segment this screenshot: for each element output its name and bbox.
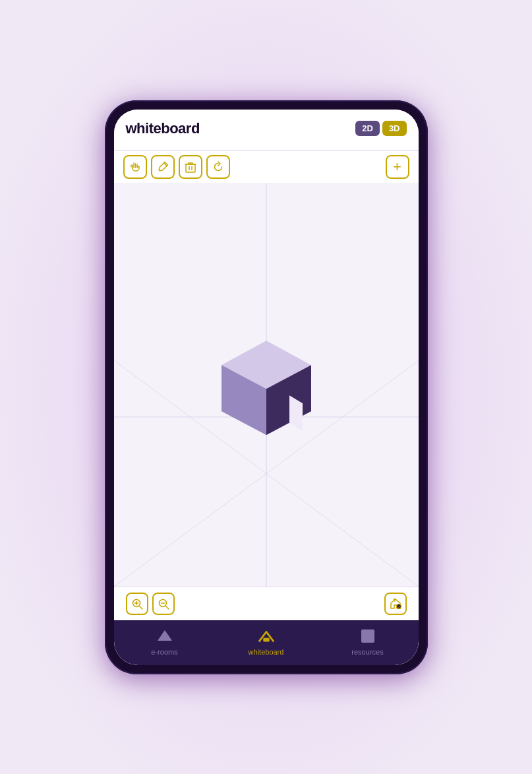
- svg-rect-25: [361, 629, 374, 643]
- tab-resources[interactable]: resources: [345, 627, 391, 656]
- canvas-area[interactable]: [114, 183, 419, 587]
- pencil-tool-button[interactable]: [151, 155, 175, 179]
- view-3d-button[interactable]: 3D: [382, 121, 407, 136]
- pencil-icon: [157, 161, 169, 173]
- zoom-out-button[interactable]: [152, 593, 175, 615]
- 3d-cube: [200, 324, 332, 459]
- app-title: whiteboard: [126, 120, 200, 137]
- add-button[interactable]: +: [386, 155, 409, 179]
- bottom-toolbar: [114, 587, 419, 620]
- svg-line-16: [139, 606, 142, 609]
- zoom-in-button[interactable]: [126, 593, 148, 615]
- device-frame: whiteboard 2D 3D: [105, 100, 428, 674]
- e-rooms-icon: [156, 627, 174, 645]
- zoom-out-icon: [158, 598, 169, 610]
- tab-e-rooms-label: e-rooms: [151, 648, 177, 656]
- hand-tool-button[interactable]: [123, 155, 147, 179]
- whiteboard-icon: [257, 627, 276, 645]
- hand-icon: [129, 161, 141, 173]
- resources-icon: [359, 627, 377, 645]
- trash-icon: [185, 161, 196, 173]
- zoom-in-icon: [131, 598, 143, 610]
- svg-rect-1: [186, 164, 195, 172]
- tab-resources-label: resources: [351, 648, 383, 656]
- rotate-tool-button[interactable]: [206, 155, 230, 179]
- rotate-icon: [212, 161, 224, 173]
- tab-whiteboard[interactable]: whiteboard: [243, 627, 289, 656]
- toolbar-left: [123, 155, 386, 179]
- svg-marker-23: [158, 630, 172, 641]
- tab-bar: e-rooms whiteboard: [114, 620, 419, 665]
- header: whiteboard 2D 3D: [114, 110, 419, 151]
- svg-line-20: [165, 606, 169, 609]
- zoom-buttons: [126, 593, 175, 615]
- toolbar: +: [114, 151, 419, 183]
- screen: whiteboard 2D 3D: [114, 110, 419, 665]
- reset-view-button[interactable]: [384, 593, 407, 615]
- view-toggle: 2D 3D: [355, 121, 406, 136]
- view-2d-button[interactable]: 2D: [355, 121, 380, 136]
- svg-rect-24: [263, 637, 269, 641]
- delete-tool-button[interactable]: [179, 155, 202, 179]
- tab-e-rooms[interactable]: e-rooms: [142, 627, 188, 656]
- home-icon: [390, 598, 401, 610]
- tab-whiteboard-label: whiteboard: [249, 648, 284, 656]
- svg-point-22: [396, 604, 401, 608]
- cube-svg: [200, 324, 332, 456]
